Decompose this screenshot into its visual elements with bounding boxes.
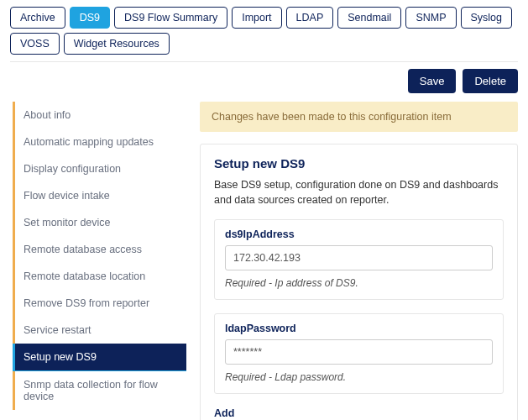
tab-widget-resources[interactable]: Widget Resources — [64, 33, 170, 55]
ldap-password-input[interactable] — [225, 339, 493, 365]
alert-banner: Changes have been made to this configura… — [200, 102, 518, 132]
sidebar: About info Automatic mapping updates Dis… — [10, 102, 186, 420]
field-ds9-ip: ds9IpAddress Required - Ip address of DS… — [214, 219, 504, 300]
sidebar-item-snmp-data-collection[interactable]: Snmp data collection for flow device — [13, 371, 186, 410]
sidebar-item-remove-ds9[interactable]: Remove DS9 from reporter — [13, 290, 186, 317]
sidebar-item-setup-new-ds9[interactable]: Setup new DS9 — [13, 344, 186, 371]
sidebar-item-about-info[interactable]: About info — [13, 102, 186, 129]
field-help-ds9-ip: Required - Ip address of DS9. — [225, 277, 493, 289]
field-ldap-password: ldapPassword Required - Ldap password. — [214, 313, 504, 394]
sidebar-item-service-restart[interactable]: Service restart — [13, 317, 186, 344]
tab-ldap[interactable]: LDAP — [286, 7, 334, 29]
tab-snmp[interactable]: SNMP — [405, 7, 456, 29]
tab-voss[interactable]: VOSS — [10, 33, 60, 55]
panel-description: Base DS9 setup, configuration done on DS… — [214, 177, 504, 207]
sidebar-item-remote-db-access[interactable]: Remote database access — [13, 236, 186, 263]
panel: Setup new DS9 Base DS9 setup, configurat… — [200, 144, 518, 420]
field-label-ldap-password: ldapPassword — [225, 323, 493, 334]
sidebar-item-remote-db-location[interactable]: Remote database location — [13, 263, 186, 290]
tab-syslog[interactable]: Syslog — [461, 7, 513, 29]
add-label: Add — [214, 407, 504, 419]
field-label-ds9-ip: ds9IpAddress — [225, 228, 493, 240]
content: Changes have been made to this configura… — [200, 102, 518, 420]
sidebar-item-flow-device-intake[interactable]: Flow device intake — [13, 182, 186, 209]
tab-ds9[interactable]: DS9 — [70, 7, 110, 29]
field-help-ldap-password: Required - Ldap password. — [225, 371, 493, 383]
ds9-ip-input[interactable] — [225, 245, 493, 270]
tab-ds9-flow-summary[interactable]: DS9 Flow Summary — [114, 7, 227, 29]
add-section: Add Add To let the box know about the ne… — [214, 407, 504, 420]
sidebar-item-set-monitor-device[interactable]: Set monitor device — [13, 209, 186, 236]
sidebar-item-display-configuration[interactable]: Display configuration — [13, 155, 186, 182]
panel-title: Setup new DS9 — [214, 156, 504, 171]
sidebar-item-automatic-mapping[interactable]: Automatic mapping updates — [13, 129, 186, 155]
tab-sendmail[interactable]: Sendmail — [337, 7, 401, 29]
main: About info Automatic mapping updates Dis… — [0, 102, 528, 420]
save-button[interactable]: Save — [408, 69, 457, 93]
delete-button[interactable]: Delete — [463, 69, 518, 93]
action-row: Save Delete — [0, 62, 528, 102]
tabs-row: Archive DS9 DS9 Flow Summary Import LDAP… — [0, 0, 528, 60]
tab-import[interactable]: Import — [232, 7, 281, 29]
tab-archive[interactable]: Archive — [10, 7, 65, 29]
